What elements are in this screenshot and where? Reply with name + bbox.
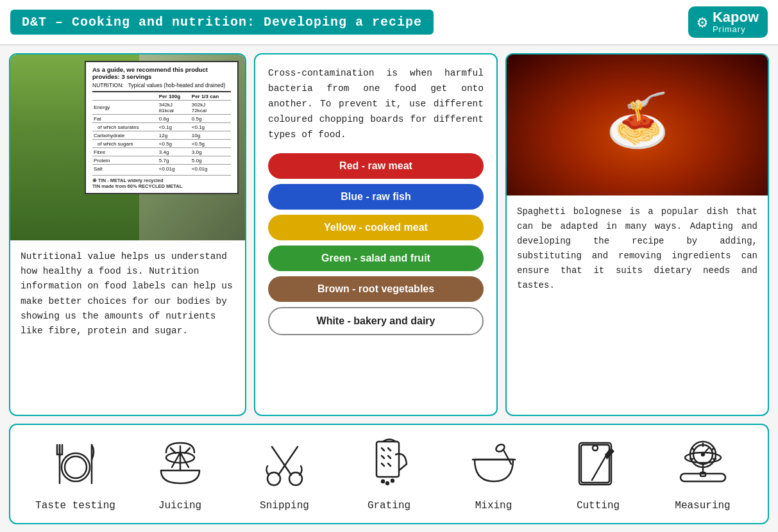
board-yellow: Yellow - cooked meat bbox=[268, 215, 484, 240]
svg-line-21 bbox=[388, 456, 391, 458]
svg-line-43 bbox=[692, 448, 694, 450]
svg-line-41 bbox=[712, 448, 714, 450]
left-panel-description: Nutritional value helps us understand ho… bbox=[10, 240, 245, 347]
svg-point-46 bbox=[702, 453, 704, 456]
taste-testing-icon bbox=[47, 435, 105, 493]
svg-line-29 bbox=[503, 450, 511, 464]
skill-measuring: Measuring bbox=[658, 435, 748, 513]
board-green: Green - salad and fruit bbox=[268, 245, 484, 271]
left-panel: As a guide, we recommend this product pr… bbox=[9, 53, 246, 416]
skill-taste-testing: Taste testing bbox=[31, 435, 121, 513]
skill-cutting: Cutting bbox=[554, 435, 643, 513]
chopping-boards-list: Red - raw meat Blue - raw fish Yellow - … bbox=[268, 153, 484, 335]
right-panel: Spaghetti bolognese is a popular dish th… bbox=[505, 53, 769, 416]
svg-point-5 bbox=[62, 453, 90, 481]
gear-icon: ⚙ bbox=[697, 12, 707, 33]
svg-point-26 bbox=[391, 479, 394, 482]
spaghetti-image bbox=[507, 54, 768, 195]
skill-juicing: Juicing bbox=[135, 435, 225, 513]
header: D&T – Cooking and nutrition: Developing … bbox=[0, 0, 778, 46]
mixing-icon bbox=[465, 435, 523, 493]
svg-line-20 bbox=[382, 456, 384, 458]
svg-point-25 bbox=[386, 482, 389, 485]
skills-panel: Taste testing bbox=[9, 424, 769, 524]
table-row: of which sugars<0.5g<0.5g bbox=[92, 140, 231, 148]
svg-point-6 bbox=[65, 456, 87, 478]
svg-line-23 bbox=[388, 463, 391, 466]
board-blue: Blue - raw fish bbox=[268, 184, 484, 210]
nutrition-label: As a guide, we recommend this product pr… bbox=[85, 61, 239, 194]
spaghetti-visual bbox=[507, 54, 768, 195]
skill-mixing: Mixing bbox=[449, 435, 539, 513]
cross-contamination-text: Cross-contamination is when harmful bact… bbox=[268, 66, 484, 143]
table-row: of which saturates<0.1g<0.1g bbox=[92, 123, 231, 131]
cutting-icon bbox=[570, 435, 627, 493]
mixing-label: Mixing bbox=[475, 499, 512, 513]
board-brown: Brown - root vegetables bbox=[268, 276, 484, 302]
svg-line-22 bbox=[382, 463, 384, 466]
col-per-can: Per 1/3 can bbox=[190, 92, 231, 101]
measuring-icon bbox=[674, 435, 732, 493]
logo-sub: Primary bbox=[713, 24, 746, 34]
board-white: White - bakery and dairy bbox=[268, 307, 484, 335]
bottom-section: Taste testing bbox=[9, 424, 769, 524]
table-row: Energy342kJ81kcal302kJ72kcal bbox=[92, 101, 231, 115]
col-per100: Per 100g bbox=[158, 92, 190, 101]
middle-panel: Cross-contamination is when harmful bact… bbox=[254, 53, 498, 416]
svg-rect-17 bbox=[376, 442, 399, 477]
logo-name: Kapow bbox=[713, 10, 759, 24]
nutrition-guide: As a guide, we recommend this product pr… bbox=[92, 66, 231, 80]
table-row: Salt<0.01g<0.01g bbox=[92, 165, 231, 173]
svg-rect-34 bbox=[681, 474, 725, 481]
header-title-box: D&T – Cooking and nutrition: Developing … bbox=[10, 10, 434, 35]
logo-box: ⚙ Kapow Primary bbox=[688, 6, 768, 38]
table-row: Fibre3.4g3.0g bbox=[92, 148, 231, 156]
col-name bbox=[92, 92, 158, 101]
juicing-label: Juicing bbox=[158, 499, 201, 513]
svg-point-24 bbox=[382, 480, 384, 483]
table-row: Carbohydrate12g10g bbox=[92, 131, 231, 140]
svg-line-33 bbox=[592, 450, 609, 480]
recycling-text: ⊕ TIN - METAL widely recycledTIN made fr… bbox=[92, 175, 231, 189]
nutrition-image: As a guide, we recommend this product pr… bbox=[10, 54, 245, 240]
logo-text: Kapow Primary bbox=[713, 10, 759, 34]
svg-line-19 bbox=[388, 448, 391, 451]
main-content: As a guide, we recommend this product pr… bbox=[0, 46, 778, 424]
juicing-icon bbox=[151, 435, 209, 493]
page-wrapper: D&T – Cooking and nutrition: Developing … bbox=[0, 0, 778, 532]
cutting-label: Cutting bbox=[577, 499, 620, 513]
skill-snipping: Snipping bbox=[240, 435, 330, 513]
table-row: Protein5.7g5.0g bbox=[92, 156, 231, 165]
measuring-label: Measuring bbox=[675, 499, 730, 513]
nutrition-table: Per 100g Per 1/3 can Energy342kJ81kcal30… bbox=[92, 91, 231, 172]
taste-testing-label: Taste testing bbox=[35, 499, 115, 513]
skill-grating: Grating bbox=[344, 435, 434, 513]
grating-icon bbox=[360, 435, 418, 493]
nutrition-sub: NUTRITION: Typical values (hob-heated an… bbox=[92, 82, 231, 88]
board-red: Red - raw meat bbox=[268, 153, 484, 179]
snipping-label: Snipping bbox=[260, 499, 309, 513]
svg-line-18 bbox=[382, 448, 384, 451]
table-row: Fat0.6g0.5g bbox=[92, 115, 231, 123]
svg-point-32 bbox=[593, 445, 598, 451]
svg-rect-30 bbox=[579, 443, 611, 485]
right-panel-description: Spaghetti bolognese is a popular dish th… bbox=[507, 195, 768, 303]
grating-label: Grating bbox=[368, 499, 410, 513]
snipping-icon bbox=[256, 435, 314, 493]
page-title: D&T – Cooking and nutrition: Developing … bbox=[22, 15, 422, 29]
